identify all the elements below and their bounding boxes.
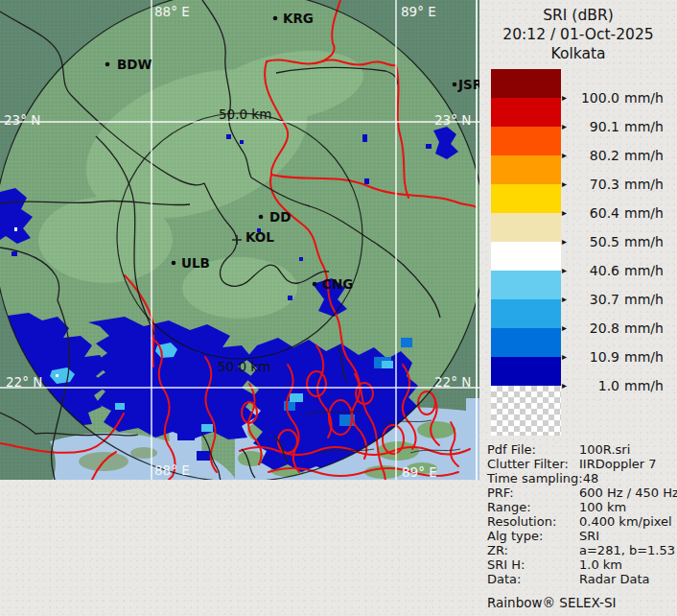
info-row: Time sampling:48 <box>487 471 675 486</box>
scan-info-table: Pdf File:100R.sriClutter Filter:IIRDoppl… <box>487 442 675 586</box>
legend-value: 90.1 <box>575 119 619 134</box>
legend-value: 50.5 <box>575 234 619 249</box>
info-row-value: Radar Data <box>579 572 649 586</box>
label-lon-bot-89: 89° E <box>402 464 437 480</box>
label-lat-right-22: 22° N <box>434 374 471 390</box>
legend-tick-arrow-icon: ▸ <box>562 232 575 251</box>
legend-label-1.0: ▸1.0mm/h <box>562 376 669 395</box>
info-row: Alg type:SRI <box>487 529 675 543</box>
label-lat-right-23: 23° N <box>434 112 471 128</box>
label-ring-top: 50.0 km <box>219 107 271 122</box>
rain-rate-legend: ▸100.0mm/h▸90.1mm/h▸80.2mm/h▸70.3mm/h▸60… <box>491 69 673 438</box>
legend-swatch-40.6 <box>491 242 561 271</box>
info-panel: SRI (dBR) 20:12 / 01-Oct-2025 Kolkata ▸1… <box>479 0 677 616</box>
radar-map: 88° E 89° E 88° E 89° E 23° N 23° N 22° … <box>0 0 479 480</box>
info-row: ZR:a=281, b=1.53 <box>487 543 675 557</box>
legend-unit: mm/h <box>624 263 664 278</box>
legend-unit: mm/h <box>624 148 664 163</box>
info-row-value: a=281, b=1.53 <box>579 543 675 557</box>
info-row: Clutter Filter:IIRDoppler 7 <box>487 457 675 471</box>
legend-unit: mm/h <box>624 177 664 192</box>
legend-unit: mm/h <box>624 292 664 307</box>
info-row-label: Data: <box>487 572 579 586</box>
legend-swatch-10.9 <box>491 328 561 357</box>
info-row: SRI H:1.0 km <box>487 557 675 572</box>
legend-swatch-1.0 <box>491 357 561 386</box>
radar-map-canvas: 88° E 89° E 88° E 89° E 23° N 23° N 22° … <box>0 0 479 480</box>
legend-swatch-50.5 <box>491 213 561 242</box>
info-row: Data:Radar Data <box>487 572 675 586</box>
legend-unit: mm/h <box>624 90 664 106</box>
legend-label-30.7: ▸30.7mm/h <box>562 290 669 309</box>
legend-swatch-80.2 <box>491 127 561 155</box>
city-label-dd: DD <box>269 209 291 225</box>
info-row-value: 48 <box>583 471 599 486</box>
legend-unit: mm/h <box>624 205 664 221</box>
legend-swatch-70.3 <box>491 155 561 184</box>
legend-swatch-20.8 <box>491 299 561 328</box>
legend-swatch-90.1 <box>491 98 561 127</box>
info-row-label: Range: <box>487 500 579 514</box>
info-row-value: 100 km <box>579 500 626 514</box>
info-row-label: Time sampling: <box>487 471 583 486</box>
legend-label-40.6: ▸40.6mm/h <box>562 261 669 280</box>
info-row-label: PRF: <box>487 486 579 500</box>
legend-label-70.3: ▸70.3mm/h <box>562 175 669 194</box>
legend-label-20.8: ▸20.8mm/h <box>562 319 669 338</box>
info-row: PRF:600 Hz / 450 Hz <box>487 486 675 500</box>
scan-timestamp: 20:12 / 01-Oct-2025 <box>479 25 677 44</box>
info-row-label: Alg type: <box>487 529 579 543</box>
label-lon-bot-88: 88° E <box>154 462 190 478</box>
legend-nodata-checker <box>491 386 561 436</box>
info-row-value: SRI <box>579 529 599 543</box>
info-row-label: Pdf File: <box>487 442 579 457</box>
label-lon-top-88: 88° E <box>154 4 190 19</box>
info-row-value: 100R.sri <box>579 442 630 457</box>
legend-tick-arrow-icon: ▸ <box>562 117 575 136</box>
city-label-krg: KRG <box>283 11 314 26</box>
city-label-ulb: ULB <box>181 255 210 271</box>
legend-label-60.4: ▸60.4mm/h <box>562 203 669 223</box>
info-row: Pdf File:100R.sri <box>487 442 675 457</box>
legend-label-10.9: ▸10.9mm/h <box>562 347 669 367</box>
legend-swatch-column <box>491 69 561 436</box>
label-lon-top-89: 89° E <box>401 4 436 19</box>
city-label-bdw: BDW <box>117 57 152 72</box>
legend-tick-arrow-icon: ▸ <box>562 203 575 223</box>
footer-brand: Rainbow® SELEX-SI <box>487 595 616 610</box>
info-row-label: Resolution: <box>487 514 579 529</box>
legend-unit: mm/h <box>624 119 664 134</box>
station-name: Kolkata <box>479 44 677 63</box>
legend-value: 30.7 <box>575 292 619 307</box>
legend-value: 60.4 <box>575 205 619 221</box>
info-row-value: IIRDoppler 7 <box>579 457 657 471</box>
legend-value: 40.6 <box>575 263 619 278</box>
info-row-value: 0.400 km/pixel <box>579 514 672 529</box>
info-row: Range:100 km <box>487 500 675 514</box>
legend-tick-arrow-icon: ▸ <box>562 88 575 107</box>
legend-swatch-30.7 <box>491 271 561 299</box>
label-ring-bottom: 50.0 km <box>218 359 270 374</box>
legend-unit: mm/h <box>624 378 664 393</box>
legend-value: 10.9 <box>575 349 619 365</box>
panel-header: SRI (dBR) 20:12 / 01-Oct-2025 Kolkata <box>479 6 677 63</box>
info-row-label: Clutter Filter: <box>487 457 579 471</box>
legend-tick-arrow-icon: ▸ <box>562 319 575 338</box>
label-lat-left-23: 23° N <box>4 112 40 128</box>
info-row-label: SRI H: <box>487 557 579 572</box>
legend-value: 20.8 <box>575 320 619 336</box>
legend-tick-arrow-icon: ▸ <box>562 261 575 280</box>
legend-label-100.0: ▸100.0mm/h <box>562 88 669 107</box>
info-row-label: ZR: <box>487 543 579 557</box>
label-lat-left-22: 22° N <box>6 374 42 390</box>
legend-value: 100.0 <box>575 90 619 106</box>
product-title: SRI (dBR) <box>479 6 677 25</box>
legend-swatch-60.4 <box>491 184 561 213</box>
legend-tick-arrow-icon: ▸ <box>562 175 575 194</box>
info-row: Resolution:0.400 km/pixel <box>487 514 675 529</box>
info-row-value: 600 Hz / 450 Hz <box>579 486 677 500</box>
legend-swatch-100.0 <box>491 69 561 98</box>
legend-unit: mm/h <box>624 320 664 336</box>
legend-tick-arrow-icon: ▸ <box>562 290 575 309</box>
legend-tick-arrow-icon: ▸ <box>562 347 575 367</box>
